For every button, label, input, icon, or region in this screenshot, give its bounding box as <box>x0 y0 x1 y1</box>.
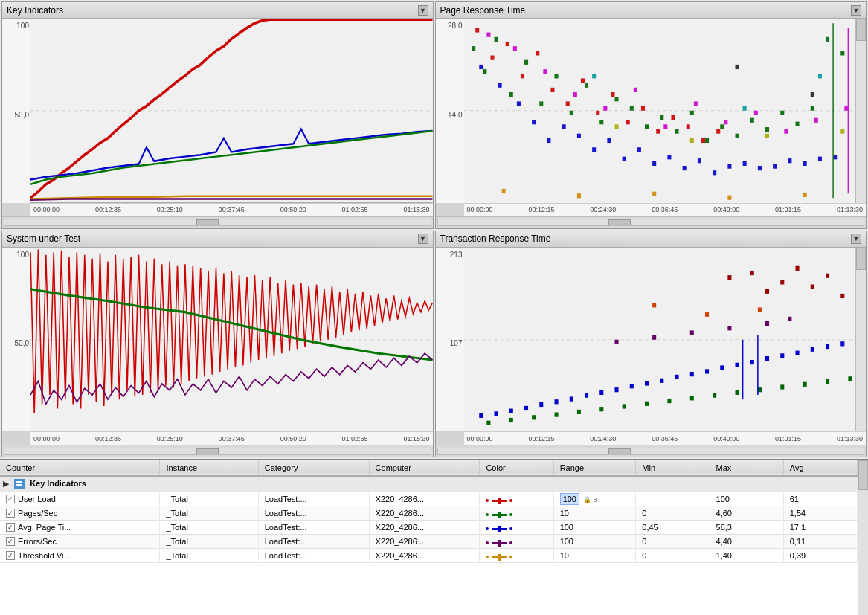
row-checkbox[interactable]: ✓ <box>6 495 15 503</box>
page-response-panel: Page Response Time ▼ 28,0 14,0 <box>435 1 867 229</box>
col-avg: Avg <box>783 460 857 476</box>
svg-rect-143 <box>848 376 852 381</box>
svg-rect-40 <box>626 120 629 124</box>
svg-rect-22 <box>735 134 739 138</box>
svg-rect-52 <box>562 124 565 129</box>
svg-rect-72 <box>512 46 516 51</box>
svg-rect-117 <box>705 369 709 373</box>
system-under-test-y-axis: 100 50,0 <box>2 248 30 432</box>
svg-rect-48 <box>498 83 501 88</box>
svg-rect-7 <box>509 92 512 97</box>
cell-category: LoadTest:... <box>258 535 369 549</box>
col-computer: Computer <box>369 460 480 476</box>
svg-rect-17 <box>660 115 663 120</box>
svg-rect-140 <box>780 384 784 389</box>
svg-rect-38 <box>596 111 599 115</box>
svg-rect-120 <box>750 359 753 364</box>
transaction-response-y-axis: 213 107 <box>436 248 464 432</box>
transaction-response-svg <box>464 248 856 432</box>
svg-rect-93 <box>735 65 739 69</box>
key-indicators-y-axis: 100 50,0 <box>2 19 30 203</box>
cell-range: 100 <box>553 521 636 535</box>
svg-rect-59 <box>667 155 671 159</box>
svg-rect-147 <box>780 280 784 284</box>
system-under-test-svg <box>30 248 433 432</box>
svg-rect-165 <box>16 484 19 486</box>
svg-rect-65 <box>757 166 761 170</box>
svg-rect-91 <box>765 134 769 138</box>
cell-instance: _Total <box>160 521 258 535</box>
svg-rect-77 <box>663 124 667 129</box>
group-label: Key Indicators <box>30 479 86 488</box>
svg-rect-78 <box>693 101 697 106</box>
cell-range: 10 <box>553 506 636 521</box>
page-response-chart-area <box>464 19 856 203</box>
row-checkbox[interactable]: ✓ <box>6 551 15 560</box>
svg-rect-47 <box>479 65 483 69</box>
svg-rect-112 <box>629 384 633 388</box>
svg-rect-51 <box>547 138 550 143</box>
svg-rect-122 <box>780 353 784 358</box>
system-under-test-scrollbar[interactable] <box>4 448 431 455</box>
system-under-test-header: System under Test ▼ <box>2 231 433 248</box>
page-response-dropdown[interactable]: ▼ <box>851 5 861 16</box>
svg-rect-33 <box>520 74 524 78</box>
cell-color <box>480 506 553 521</box>
svg-rect-49 <box>516 101 520 106</box>
svg-rect-64 <box>742 161 746 166</box>
svg-rect-69 <box>817 157 821 161</box>
svg-rect-43 <box>671 115 675 120</box>
transaction-response-title: Transaction Response Time <box>440 234 551 244</box>
svg-rect-25 <box>780 111 784 115</box>
cell-max: 4,40 <box>710 535 783 549</box>
svg-rect-16 <box>645 124 649 129</box>
row-checkbox[interactable]: ✓ <box>6 537 15 546</box>
svg-rect-96 <box>742 106 746 111</box>
svg-rect-94 <box>810 92 814 97</box>
transaction-response-dropdown[interactable]: ▼ <box>851 234 861 244</box>
key-indicators-scrollbar[interactable] <box>4 219 431 226</box>
svg-rect-164 <box>19 481 22 483</box>
cell-instance: _Total <box>160 535 258 549</box>
data-table-section: Counter Instance Category Computer Color… <box>0 459 868 615</box>
svg-rect-125 <box>826 344 829 348</box>
expand-arrow[interactable]: ▶ <box>3 480 9 488</box>
svg-rect-85 <box>576 193 580 198</box>
col-instance: Instance <box>160 460 258 476</box>
data-table-container: Counter Instance Category Computer Color… <box>0 460 858 615</box>
svg-rect-19 <box>689 111 693 115</box>
svg-rect-44 <box>686 124 689 129</box>
table-scrollbar-v[interactable] <box>858 460 868 615</box>
svg-rect-146 <box>765 289 769 293</box>
svg-rect-110 <box>599 390 603 394</box>
key-indicators-dropdown[interactable]: ▼ <box>418 5 428 16</box>
cell-avg: 61 <box>783 492 857 506</box>
page-response-scrollbar[interactable] <box>437 219 865 226</box>
cell-computer: X220_4286... <box>369 492 480 506</box>
svg-rect-145 <box>750 270 753 274</box>
svg-rect-87 <box>727 196 731 200</box>
svg-rect-11 <box>569 111 573 115</box>
transaction-response-scrollbar-v[interactable] <box>855 248 866 432</box>
transaction-response-header: Transaction Response Time ▼ <box>436 231 867 248</box>
svg-rect-9 <box>539 101 543 106</box>
svg-rect-124 <box>810 347 814 351</box>
page-response-scrollbar-v[interactable] <box>855 19 866 203</box>
system-under-test-dropdown[interactable]: ▼ <box>418 234 428 244</box>
cell-range: 10 <box>553 549 636 563</box>
cell-counter: ✓ Threshold Vi... <box>0 549 160 563</box>
svg-rect-32 <box>505 42 509 46</box>
svg-rect-20 <box>705 138 709 143</box>
row-checkbox[interactable]: ✓ <box>6 509 15 518</box>
transaction-response-scrollbar[interactable] <box>437 448 865 455</box>
svg-rect-154 <box>689 330 693 335</box>
cell-avg: 1,54 <box>783 506 857 521</box>
svg-rect-31 <box>490 56 494 60</box>
svg-rect-26 <box>795 122 799 126</box>
cell-avg: 0,11 <box>783 535 857 549</box>
svg-rect-123 <box>795 350 799 355</box>
cell-min <box>636 492 710 506</box>
svg-rect-79 <box>724 120 727 124</box>
table-row: ✓ Threshold Vi... _Total LoadTest:... X2… <box>0 549 858 563</box>
row-checkbox[interactable]: ✓ <box>6 523 15 532</box>
